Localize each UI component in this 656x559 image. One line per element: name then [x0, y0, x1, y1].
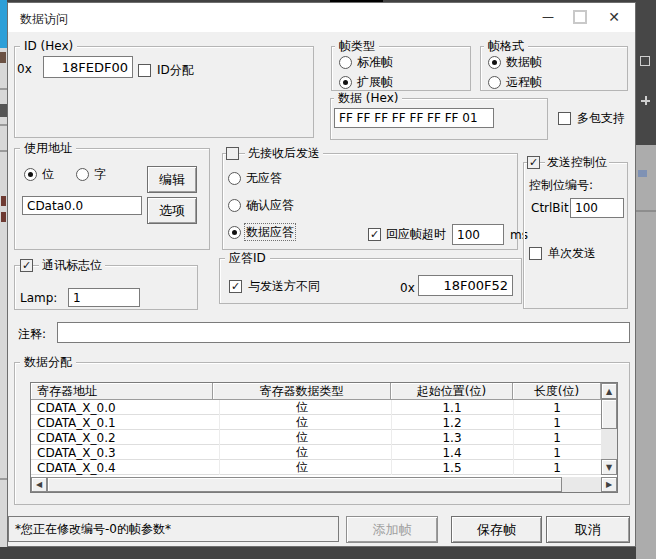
confirm-reply-radio[interactable]	[228, 199, 241, 212]
confirm-reply-label[interactable]: 确认应答	[246, 198, 294, 212]
reply-id-title: 应答ID	[225, 251, 270, 265]
options-button[interactable]: 选项	[147, 197, 197, 224]
background-fragment	[0, 150, 7, 152]
single-send-label: 单次发送	[548, 246, 596, 260]
comm-flag-label: 通讯标志位	[39, 258, 105, 272]
no-reply-label[interactable]: 无应答	[246, 171, 282, 185]
different-id-label: 与发送方不同	[248, 279, 320, 293]
address-input[interactable]: CData0.0	[22, 196, 142, 215]
status-box: *您正在修改编号-0的帧参数*	[8, 516, 339, 542]
scroll-down-button[interactable]: ▼	[601, 459, 617, 475]
allocation-title: 数据分配	[20, 355, 76, 369]
edit-button[interactable]: 编辑	[147, 166, 197, 193]
timeout-label: 回应帧超时	[386, 227, 446, 241]
screen: 数据访问 — ✕ ID (Hex) 0x 18FEDF00 ID分配 帧类型 标…	[0, 0, 656, 559]
recv-first-label: 先接收后发送	[245, 146, 323, 160]
minimize-button[interactable]: —	[534, 8, 562, 26]
lamp-label: Lamp:	[20, 291, 57, 305]
address-bit-radio[interactable]	[24, 168, 37, 181]
arrow-down-icon: ▼	[606, 463, 612, 472]
id-input[interactable]: 18FEDF00	[43, 56, 133, 78]
address-bit-label[interactable]: 位	[42, 167, 54, 181]
id-group-title: ID (Hex)	[20, 39, 77, 53]
frame-format-remote-radio[interactable]	[488, 76, 501, 89]
comment-label: 注释:	[18, 327, 46, 341]
address-group-title: 使用地址	[20, 141, 76, 155]
arrow-left-icon: ◀	[36, 480, 42, 489]
background-fragment	[1, 212, 6, 222]
recv-first-checkbox[interactable]	[226, 147, 239, 160]
reply-id-input[interactable]: 18F00F52	[418, 275, 513, 296]
frame-type-title: 帧类型	[335, 39, 379, 53]
reply-id-prefix-label: 0x	[400, 281, 415, 295]
hscroll-thumb[interactable]	[47, 477, 562, 492]
vscroll-thumb[interactable]	[601, 399, 617, 429]
arrow-right-icon: ▶	[606, 480, 612, 489]
background-fragment	[0, 88, 7, 90]
timeout-input[interactable]: 100	[452, 224, 504, 245]
single-send-checkbox[interactable]	[529, 247, 542, 260]
col-header-register-address[interactable]: 寄存器地址	[31, 383, 213, 400]
close-button[interactable]: ✕	[600, 7, 628, 27]
scroll-right-button[interactable]: ▶	[601, 477, 617, 492]
frame-format-remote-label[interactable]: 远程帧	[506, 75, 542, 89]
background-fragment	[638, 170, 647, 177]
address-word-radio[interactable]	[76, 168, 89, 181]
table-row[interactable]: CDATA_X_0.0 位 1.1 1	[31, 400, 601, 415]
send-ctrl-label: 发送控制位	[545, 155, 609, 169]
no-reply-radio[interactable]	[228, 172, 241, 185]
multi-pack-label: 多包支持	[577, 111, 625, 125]
send-ctrl-checkbox[interactable]: ✓	[527, 156, 540, 169]
background-fragment	[636, 210, 656, 212]
different-id-checkbox[interactable]: ✓	[229, 280, 242, 293]
background-fragment	[645, 96, 647, 105]
cancel-button[interactable]: 取消	[546, 516, 630, 543]
col-header-start-pos[interactable]: 起始位置(位)	[391, 383, 513, 400]
table-row[interactable]: CDATA_X_0.3 位 1.4 1	[31, 445, 601, 460]
col-header-register-type[interactable]: 寄存器数据类型	[213, 383, 391, 400]
data-reply-label[interactable]: 数据应答	[246, 225, 294, 239]
multi-pack-checkbox[interactable]	[558, 112, 571, 125]
comment-input[interactable]	[57, 322, 630, 343]
background-fragment	[0, 478, 7, 480]
close-icon: ✕	[608, 9, 620, 25]
address-word-label[interactable]: 字	[94, 167, 106, 181]
ctrlbit-input[interactable]: 100	[570, 198, 624, 218]
background-fragment	[0, 124, 7, 126]
id-prefix-label: 0x	[17, 62, 32, 76]
background-fragment	[0, 52, 6, 63]
timeout-checkbox[interactable]: ✓	[368, 228, 381, 241]
table-row[interactable]: CDATA_X_0.4 位 1.5 1	[31, 460, 601, 475]
frame-format-data-label[interactable]: 数据帧	[506, 55, 542, 69]
table-row[interactable]: CDATA_X_0.1 位 1.2 1	[31, 415, 601, 430]
frame-format-title: 帧格式	[484, 39, 528, 53]
table-row[interactable]: CDATA_X_0.2 位 1.3 1	[31, 430, 601, 445]
id-alloc-checkbox[interactable]	[138, 64, 151, 77]
background-left-strip	[0, 0, 7, 547]
scroll-left-button[interactable]: ◀	[31, 477, 47, 492]
background-right-strip-bottom	[636, 145, 656, 559]
frame-type-extended-radio[interactable]	[339, 76, 352, 89]
frame-type-standard-label[interactable]: 标准帧	[357, 55, 393, 69]
frame-type-extended-label[interactable]: 扩展帧	[357, 75, 393, 89]
id-alloc-label: ID分配	[157, 63, 194, 77]
lamp-input[interactable]: 1	[68, 288, 140, 307]
add-frame-button[interactable]: 添加帧	[346, 516, 438, 543]
scroll-up-button[interactable]: ▲	[601, 383, 617, 399]
data-reply-radio[interactable]	[228, 226, 241, 239]
background-right-strip-top	[636, 0, 656, 145]
frame-type-standard-radio[interactable]	[339, 56, 352, 69]
save-frame-button[interactable]: 保存帧	[451, 516, 542, 543]
background-fragment	[640, 56, 650, 66]
check-icon: ✓	[22, 260, 31, 271]
frame-format-data-radio[interactable]	[488, 56, 501, 69]
ctrlbit-label: CtrlBit	[531, 201, 569, 215]
check-icon: ✓	[529, 157, 538, 168]
data-hex-input[interactable]: FF FF FF FF FF FF FF 01	[334, 108, 494, 128]
ctrl-number-label: 控制位编号:	[529, 178, 593, 192]
comm-flag-checkbox[interactable]: ✓	[20, 259, 33, 272]
minimize-icon: —	[542, 10, 554, 24]
maximize-button[interactable]	[567, 8, 593, 26]
maximize-icon	[573, 10, 587, 24]
col-header-length[interactable]: 长度(位)	[513, 383, 601, 400]
